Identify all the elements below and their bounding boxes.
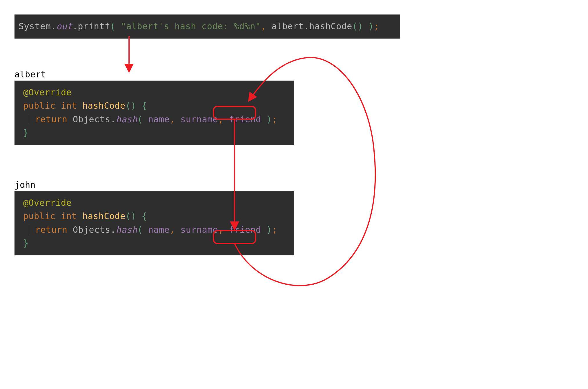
token-comma: , xyxy=(218,114,224,124)
token-rparen: ) xyxy=(131,211,136,221)
token-hashcode: hashCode xyxy=(82,211,126,221)
token-lparen: ( xyxy=(126,211,131,221)
token-lparen: ( xyxy=(137,225,143,235)
token-semi: ; xyxy=(374,21,379,31)
token-annotation: @Override xyxy=(23,87,72,97)
token-objects: Objects xyxy=(73,225,110,235)
token-name: name xyxy=(148,225,170,235)
token-surname: surname xyxy=(180,225,218,235)
token-int: int xyxy=(61,211,77,221)
token-annotation: @Override xyxy=(23,198,72,208)
token-rparen: ) xyxy=(266,114,272,124)
token-dot: . xyxy=(72,21,78,31)
token-comma: , xyxy=(261,21,266,31)
token-semi: ; xyxy=(272,225,277,235)
token-rparen: ) xyxy=(357,21,363,31)
token-hashcode: hashCode xyxy=(309,21,352,31)
token-string: "albert's hash code: %d%n" xyxy=(121,21,261,31)
token-out: out xyxy=(56,21,72,31)
token-comma: , xyxy=(218,225,224,235)
token-rbrace: } xyxy=(23,128,29,138)
token-dot: . xyxy=(110,225,116,235)
albert-label: albert xyxy=(14,69,582,79)
token-name: name xyxy=(148,114,170,124)
token-rparen: ) xyxy=(131,101,136,111)
token-public: public xyxy=(23,101,55,111)
token-return: return xyxy=(35,225,67,235)
token-albert: albert xyxy=(271,21,304,31)
token-return: return xyxy=(35,114,67,124)
token-dot: . xyxy=(110,114,116,124)
token-system: System xyxy=(19,21,51,31)
token-printf: printf xyxy=(78,21,110,31)
token-int: int xyxy=(61,101,77,111)
token-lparen: ( xyxy=(137,114,143,124)
top-code-block: System.out.printf( "albert's hash code: … xyxy=(14,14,400,39)
token-semi: ; xyxy=(272,114,277,124)
token-hashcode: hashCode xyxy=(82,101,126,111)
token-friend-albert: friend xyxy=(229,114,261,124)
token-rparen: ) xyxy=(369,21,374,31)
token-hash: hash xyxy=(116,225,137,235)
albert-code-block: @Override public int hashCode() { return… xyxy=(14,81,294,145)
token-rparen: ) xyxy=(266,225,272,235)
token-rbrace: } xyxy=(23,238,29,248)
token-lbrace: { xyxy=(141,101,147,111)
token-lparen: ( xyxy=(110,21,116,31)
token-public: public xyxy=(23,211,55,221)
token-lbrace: { xyxy=(141,211,147,221)
john-label: john xyxy=(14,180,582,190)
token-dot: . xyxy=(304,21,309,31)
token-objects: Objects xyxy=(73,114,110,124)
token-dot: . xyxy=(51,21,56,31)
token-lparen: ( xyxy=(126,101,131,111)
token-lparen: ( xyxy=(352,21,358,31)
token-surname: surname xyxy=(180,114,218,124)
token-comma: , xyxy=(170,114,175,124)
token-hash: hash xyxy=(116,114,137,124)
token-friend-john: friend xyxy=(229,225,261,235)
john-code-block: @Override public int hashCode() { return… xyxy=(14,191,294,255)
token-comma: , xyxy=(170,225,175,235)
